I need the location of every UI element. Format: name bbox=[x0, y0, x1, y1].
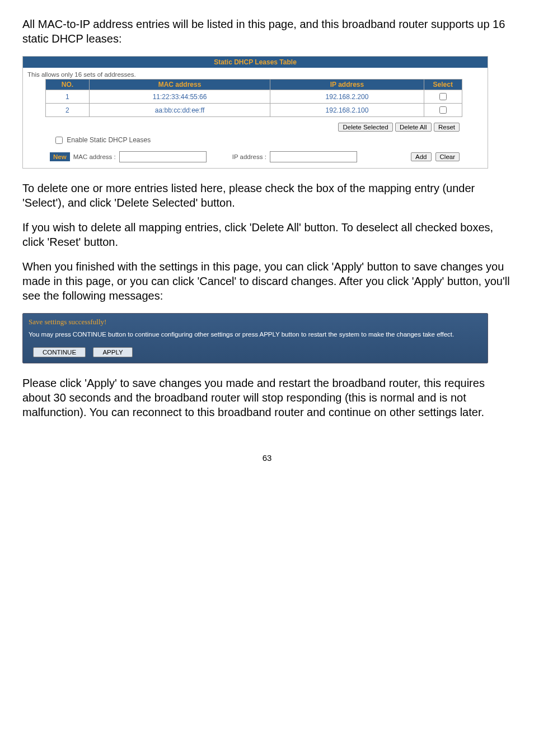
cell-ip: 192.168.2.200 bbox=[270, 90, 424, 104]
reset-button[interactable]: Reset bbox=[434, 123, 460, 132]
intro-paragraph: All MAC-to-IP address entries will be li… bbox=[22, 17, 512, 46]
row-select-checkbox[interactable] bbox=[439, 93, 447, 100]
paragraph-delete-all: If you wish to delete all mapping entrie… bbox=[22, 220, 512, 249]
cell-no: 2 bbox=[46, 104, 90, 117]
col-mac-header: MAC address bbox=[89, 80, 270, 90]
apply-button[interactable]: APPLY bbox=[93, 347, 132, 357]
mac-label: MAC address : bbox=[73, 153, 116, 160]
add-button[interactable]: Add bbox=[411, 152, 431, 161]
save-settings-panel: Save settings successfully! You may pres… bbox=[22, 313, 488, 363]
table-row: 2 aa:bb:cc:dd:ee:ff 192.168.2.100 bbox=[46, 104, 462, 117]
table-info-line: This allows only 16 sets of addresses. bbox=[23, 68, 488, 79]
col-ip-header: IP address bbox=[270, 80, 424, 90]
table-buttons-row: Delete Selected Delete All Reset bbox=[23, 119, 488, 134]
static-dhcp-table-panel: Static DHCP Leases Table This allows onl… bbox=[22, 56, 488, 169]
mac-input[interactable] bbox=[119, 151, 207, 162]
continue-button[interactable]: CONTINUE bbox=[33, 347, 86, 357]
cell-mac: 11:22:33:44:55:66 bbox=[89, 90, 270, 104]
new-tag: New bbox=[50, 152, 70, 161]
paragraph-final: Please click 'Apply' to save changes you… bbox=[22, 376, 512, 419]
table-row: 1 11:22:33:44:55:66 192.168.2.200 bbox=[46, 90, 462, 104]
enable-static-row: Enable Static DHCP Leases bbox=[23, 134, 488, 149]
leases-table: NO. MAC address IP address Select 1 11:2… bbox=[45, 79, 462, 117]
table-title: Static DHCP Leases Table bbox=[23, 57, 488, 68]
cell-ip: 192.168.2.100 bbox=[270, 104, 424, 117]
col-select-header: Select bbox=[424, 80, 462, 90]
save-heading: Save settings successfully! bbox=[23, 314, 488, 328]
col-no-header: NO. bbox=[46, 80, 90, 90]
paragraph-delete-one: To delete one or more entries listed her… bbox=[22, 181, 512, 210]
enable-static-label: Enable Static DHCP Leases bbox=[67, 136, 151, 144]
save-body: You may press CONTINUE button to continu… bbox=[23, 328, 488, 344]
delete-all-button[interactable]: Delete All bbox=[395, 123, 432, 132]
enable-static-checkbox[interactable] bbox=[55, 137, 63, 144]
cell-no: 1 bbox=[46, 90, 90, 104]
ip-input[interactable] bbox=[270, 151, 357, 162]
page-number: 63 bbox=[22, 453, 512, 463]
save-buttons-row: CONTINUE APPLY bbox=[23, 344, 488, 363]
ip-label: IP address : bbox=[232, 153, 266, 160]
clear-button[interactable]: Clear bbox=[435, 152, 460, 161]
cell-mac: aa:bb:cc:dd:ee:ff bbox=[89, 104, 270, 117]
paragraph-apply-info: When you finished with the settings in t… bbox=[22, 259, 512, 303]
delete-selected-button[interactable]: Delete Selected bbox=[338, 123, 392, 132]
new-entry-row: New MAC address : IP address : Add Clear bbox=[23, 149, 488, 168]
row-select-checkbox[interactable] bbox=[439, 106, 447, 114]
